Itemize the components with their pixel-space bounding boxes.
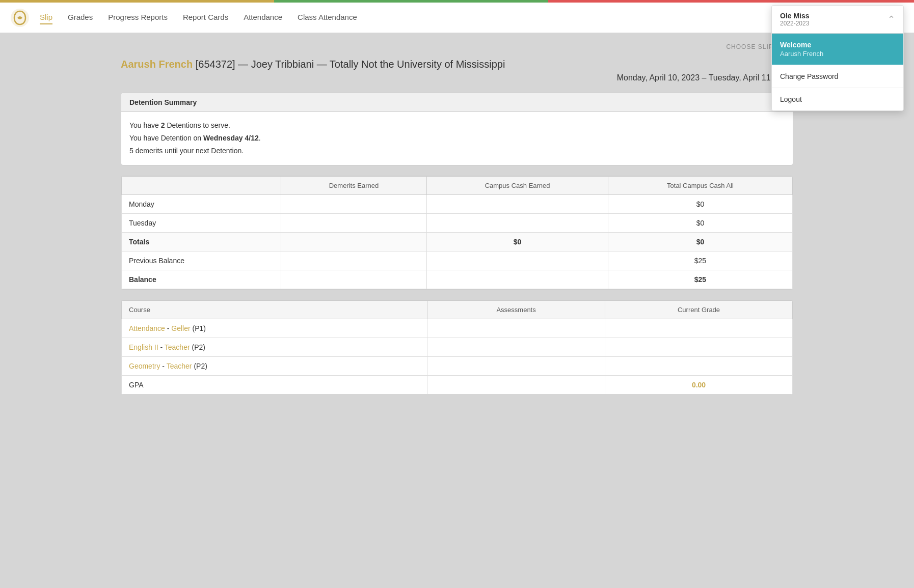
nav-progress-reports[interactable]: Progress Reports bbox=[108, 11, 168, 24]
totals-campus-cash: $0 bbox=[427, 232, 608, 251]
dropdown-org-info: Ole Miss 2022-2023 bbox=[780, 12, 810, 27]
nav-links: Slip Grades Progress Reports Report Card… bbox=[40, 11, 839, 24]
course-english: English II - Teacher (P2) bbox=[122, 338, 427, 356]
detention-summary-body: You have 2 Detentions to serve. You have… bbox=[121, 112, 793, 165]
course-col-course: Course bbox=[122, 300, 427, 319]
monday-campus-cash bbox=[427, 194, 608, 213]
main-content: CHOOSE SLIP DATE Aarush French [654372] … bbox=[100, 33, 814, 415]
balance-label: Balance bbox=[122, 270, 281, 289]
dropdown-welcome: Welcome Aarush French bbox=[772, 34, 903, 65]
table-row: Totals $0 $0 bbox=[122, 232, 793, 251]
english-teacher-link[interactable]: Teacher bbox=[165, 343, 190, 351]
choose-slip-date[interactable]: CHOOSE SLIP DATE bbox=[121, 43, 793, 50]
geometry-link[interactable]: Geometry bbox=[129, 362, 160, 370]
monday-total: $0 bbox=[608, 194, 792, 213]
detention-line-1: You have 2 Detentions to serve. bbox=[129, 119, 785, 132]
monday-demerits bbox=[281, 194, 427, 213]
geller-link[interactable]: Geller bbox=[171, 324, 190, 332]
previous-balance-demerits bbox=[281, 251, 427, 270]
student-name: Aarush French bbox=[121, 59, 193, 70]
course-table: Course Assessments Current Grade Attenda… bbox=[121, 300, 793, 395]
dropdown-year: 2022-2023 bbox=[780, 20, 810, 27]
totals-label: Totals bbox=[122, 232, 281, 251]
detention-summary-header: Detention Summary bbox=[121, 93, 793, 112]
balance-total: $25 bbox=[608, 270, 792, 289]
geometry-teacher-link[interactable]: Teacher bbox=[167, 362, 192, 370]
detention-line-3: 5 demerits until your next Detention. bbox=[129, 145, 785, 157]
balance-campus-cash bbox=[427, 270, 608, 289]
english-link[interactable]: English II bbox=[129, 343, 158, 351]
slip-col-campus-cash: Campus Cash Earned bbox=[427, 176, 608, 194]
table-row: Geometry - Teacher (P2) bbox=[122, 356, 793, 375]
table-row: Previous Balance $25 bbox=[122, 251, 793, 270]
course-col-grade: Current Grade bbox=[605, 300, 793, 319]
date-range: Monday, April 10, 2023 – Tuesday, April … bbox=[121, 73, 793, 82]
logout-item[interactable]: Logout bbox=[772, 88, 903, 110]
course-attendance: Attendance - Geller (P1) bbox=[122, 319, 427, 338]
slip-col-total: Total Campus Cash All bbox=[608, 176, 792, 194]
day-tuesday: Tuesday bbox=[122, 213, 281, 232]
previous-balance-label: Previous Balance bbox=[122, 251, 281, 270]
dropdown-header: Ole Miss 2022-2023 ⌃ bbox=[772, 6, 903, 34]
table-row: English II - Teacher (P2) bbox=[122, 338, 793, 356]
slip-col-day bbox=[122, 176, 281, 194]
student-header: Aarush French [654372] — Joey Tribbiani … bbox=[121, 59, 793, 70]
student-details: [654372] — Joey Tribbiani — Totally Not … bbox=[193, 59, 505, 70]
tuesday-campus-cash bbox=[427, 213, 608, 232]
course-table-header-row: Course Assessments Current Grade bbox=[122, 300, 793, 319]
chevron-up-icon[interactable]: ⌃ bbox=[888, 14, 895, 25]
slip-table: Demerits Earned Campus Cash Earned Total… bbox=[121, 176, 793, 289]
table-row: Tuesday $0 bbox=[122, 213, 793, 232]
course-table-card: Course Assessments Current Grade Attenda… bbox=[121, 300, 793, 395]
nav-grades[interactable]: Grades bbox=[68, 11, 93, 24]
nav-report-cards[interactable]: Report Cards bbox=[183, 11, 228, 24]
balance-demerits bbox=[281, 270, 427, 289]
attendance-assessments bbox=[427, 319, 605, 338]
gpa-value: 0.00 bbox=[605, 375, 793, 394]
geometry-grade bbox=[605, 356, 793, 375]
nav-attendance[interactable]: Attendance bbox=[244, 11, 282, 24]
welcome-user: Aarush French bbox=[780, 50, 895, 58]
table-row: Monday $0 bbox=[122, 194, 793, 213]
gpa-assessments bbox=[427, 375, 605, 394]
tuesday-total: $0 bbox=[608, 213, 792, 232]
table-row: GPA 0.00 bbox=[122, 375, 793, 394]
dropdown-org-name: Ole Miss bbox=[780, 12, 810, 20]
slip-col-demerits: Demerits Earned bbox=[281, 176, 427, 194]
attendance-link[interactable]: Attendance bbox=[129, 324, 165, 332]
english-assessments bbox=[427, 338, 605, 356]
welcome-label: Welcome bbox=[780, 41, 895, 49]
attendance-grade bbox=[605, 319, 793, 338]
course-col-assessments: Assessments bbox=[427, 300, 605, 319]
tuesday-demerits bbox=[281, 213, 427, 232]
nav-class-attendance[interactable]: Class Attendance bbox=[298, 11, 357, 24]
app-logo[interactable] bbox=[10, 8, 30, 27]
user-dropdown: Ole Miss 2022-2023 ⌃ Welcome Aarush Fren… bbox=[771, 5, 904, 111]
slip-table-header-row: Demerits Earned Campus Cash Earned Total… bbox=[122, 176, 793, 194]
gpa-label: GPA bbox=[122, 375, 427, 394]
slip-table-card: Demerits Earned Campus Cash Earned Total… bbox=[121, 176, 793, 290]
previous-balance-total: $25 bbox=[608, 251, 792, 270]
table-row: Attendance - Geller (P1) bbox=[122, 319, 793, 338]
totals-total: $0 bbox=[608, 232, 792, 251]
change-password-item[interactable]: Change Password bbox=[772, 65, 903, 88]
course-geometry: Geometry - Teacher (P2) bbox=[122, 356, 427, 375]
table-row: Balance $25 bbox=[122, 270, 793, 289]
detention-line-2: You have Detention on Wednesday 4/12. bbox=[129, 132, 785, 145]
day-monday: Monday bbox=[122, 194, 281, 213]
totals-demerits bbox=[281, 232, 427, 251]
nav-slip[interactable]: Slip bbox=[40, 11, 52, 24]
geometry-assessments bbox=[427, 356, 605, 375]
detention-summary-card: Detention Summary You have 2 Detentions … bbox=[121, 93, 793, 165]
english-grade bbox=[605, 338, 793, 356]
previous-balance-campus-cash bbox=[427, 251, 608, 270]
